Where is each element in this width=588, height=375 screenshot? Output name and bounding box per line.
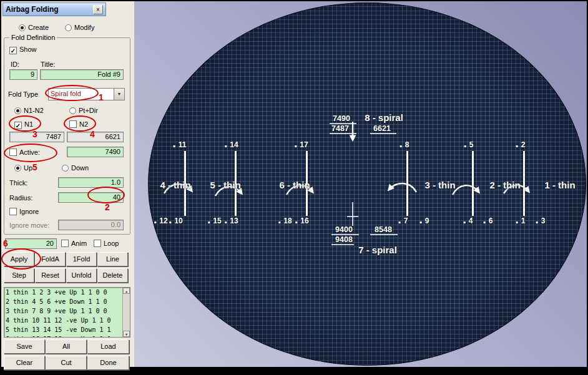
radius-label: Radius:: [9, 194, 32, 202]
radio-create[interactable]: Create: [19, 24, 49, 31]
application-window: 11 12 10 4 - thin 14 15 13 5 - thin 17 1…: [0, 0, 588, 375]
anim-checkbox[interactable]: Anim: [61, 240, 87, 247]
line-button[interactable]: Line: [97, 252, 128, 266]
clear-button[interactable]: Clear: [4, 356, 45, 370]
dialog-title: Airbag Folding: [6, 5, 93, 14]
active-checkbox[interactable]: Active:: [9, 149, 40, 156]
id-label: ID:: [11, 61, 19, 68]
radio-ptdir[interactable]: Pt+Dir: [69, 107, 98, 114]
airbag-folding-dialog: Airbag Folding × Create Modify Fold Defi…: [1, 1, 134, 367]
list-item[interactable]: 5 thin 13 14 15 -ve Down 1 1: [4, 325, 130, 334]
ignore-checkbox[interactable]: Ignore: [9, 208, 39, 215]
fold-line-3: [406, 151, 408, 216]
ignore-move-field: 0.0: [58, 220, 124, 230]
active-node-field[interactable]: 7490: [67, 147, 124, 157]
fold-type-dropdown[interactable]: Spiral fold ▼: [48, 88, 125, 100]
radio-dot: [65, 24, 72, 31]
fold-definition-group: Fold Definition ✓Show ID: Title: 9 Fold …: [4, 37, 130, 235]
step-button[interactable]: Step: [4, 268, 34, 283]
load-button[interactable]: Load: [87, 339, 129, 354]
fold-line-6: [306, 151, 308, 216]
list-item[interactable]: 1 thin 1 2 3 +ve Up 1 1 0 0: [4, 288, 130, 297]
list-item[interactable]: 3 thin 7 8 9 +ve Up 1 1 0 0: [4, 306, 130, 316]
radio-up[interactable]: Up: [14, 164, 32, 172]
close-icon[interactable]: ×: [93, 5, 103, 14]
delete-button[interactable]: Delete: [97, 268, 128, 283]
radio-modify[interactable]: Modify: [65, 24, 94, 31]
onefold-button[interactable]: 1Fold: [66, 252, 97, 266]
n2-checkbox[interactable]: N2: [69, 120, 88, 128]
list-item[interactable]: 6 thin 16 17 18 -ve Up 1 1 0: [4, 334, 130, 338]
fold-line-5: [235, 151, 237, 216]
thick-label: Thick:: [9, 179, 27, 187]
fold-line-4: [184, 151, 186, 216]
loop-checkbox[interactable]: Loop: [94, 240, 119, 247]
airbag-mesh: [148, 2, 586, 366]
scroll-down-icon[interactable]: ▼: [123, 331, 130, 337]
apply-button[interactable]: Apply: [4, 252, 34, 266]
ignore-move-label: Ignore move:: [9, 222, 49, 229]
scroll-up-icon[interactable]: ▲: [123, 288, 130, 294]
folda-button[interactable]: FoldA: [35, 252, 66, 266]
fold-line-1: [523, 151, 525, 216]
cut-button[interactable]: Cut: [46, 356, 87, 370]
unfold-button[interactable]: Unfold: [66, 268, 97, 283]
title-field[interactable]: Fold #9: [40, 69, 124, 80]
show-checkbox[interactable]: ✓Show: [9, 46, 37, 54]
radio-dot: [69, 107, 76, 114]
fold-type-value: Spiral fold: [49, 89, 114, 100]
radio-dot: [19, 24, 26, 31]
n2-node-field[interactable]: 6621: [67, 132, 124, 142]
reset-button[interactable]: Reset: [35, 268, 66, 283]
fold-line-2: [472, 151, 474, 216]
save-button[interactable]: Save: [4, 339, 45, 354]
titlebar[interactable]: Airbag Folding ×: [2, 2, 106, 16]
n1-node-field[interactable]: 7487: [9, 132, 64, 142]
title-label: Title:: [41, 61, 55, 68]
n1-checkbox[interactable]: ✓N1: [14, 120, 33, 129]
radio-dot: [14, 165, 21, 172]
chevron-down-icon[interactable]: ▼: [114, 89, 124, 100]
all-button[interactable]: All: [46, 339, 87, 354]
anim-steps-field[interactable]: 20: [5, 238, 57, 249]
thick-field[interactable]: 1.0: [58, 177, 124, 188]
fold-list[interactable]: 1 thin 1 2 3 +ve Up 1 1 0 0 2 thin 4 5 6…: [4, 287, 130, 338]
list-item[interactable]: 4 thin 10 11 12 -ve Up 1 1 0: [4, 316, 130, 325]
list-item[interactable]: 2 thin 4 5 6 +ve Down 1 1 0: [4, 297, 130, 306]
viewport[interactable]: 11 12 10 4 - thin 14 15 13 5 - thin 17 1…: [134, 1, 587, 367]
radio-dot: [62, 165, 69, 172]
list-scrollbar[interactable]: ▲ ▼: [122, 288, 130, 337]
group-legend: Fold Definition: [9, 34, 57, 41]
radius-field[interactable]: 40: [58, 192, 124, 203]
radio-n1n2[interactable]: N1-N2: [14, 107, 44, 114]
done-button[interactable]: Done: [87, 356, 129, 370]
id-field[interactable]: 9: [9, 69, 37, 80]
radio-dot: [14, 107, 21, 114]
fold-type-label: Fold Type: [8, 90, 38, 98]
radio-down[interactable]: Down: [62, 164, 89, 172]
